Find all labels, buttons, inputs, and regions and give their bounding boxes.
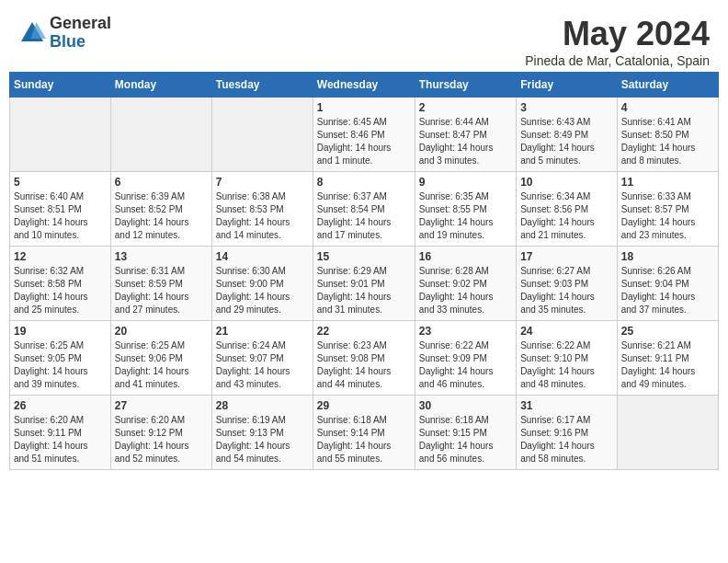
day-info: Sunrise: 6:43 AMSunset: 8:49 PMDaylight:… — [520, 116, 613, 167]
calendar-table: SundayMondayTuesdayWednesdayThursdayFrid… — [9, 72, 719, 470]
day-info: Sunrise: 6:35 AMSunset: 8:55 PMDaylight:… — [419, 190, 512, 242]
logo: General Blue — [18, 15, 111, 52]
day-number: 10 — [520, 176, 613, 189]
day-of-week-sunday: Sunday — [10, 73, 111, 98]
day-info: Sunrise: 6:30 AMSunset: 9:00 PMDaylight:… — [216, 265, 309, 316]
calendar-cell: 30Sunrise: 6:18 AMSunset: 9:15 PMDayligh… — [415, 396, 516, 470]
day-number: 22 — [317, 325, 411, 338]
calendar-cell: 17Sunrise: 6:27 AMSunset: 9:03 PMDayligh… — [517, 247, 618, 321]
calendar-cell: 10Sunrise: 6:34 AMSunset: 8:56 PMDayligh… — [517, 172, 618, 247]
calendar-cell: 22Sunrise: 6:23 AMSunset: 9:08 PMDayligh… — [313, 321, 415, 396]
title-block: May 2024 Pineda de Mar, Catalonia, Spain — [525, 15, 710, 68]
calendar-cell: 11Sunrise: 6:33 AMSunset: 8:57 PMDayligh… — [617, 172, 718, 247]
calendar-cell: 27Sunrise: 6:20 AMSunset: 9:12 PMDayligh… — [110, 396, 211, 470]
calendar-cell: 29Sunrise: 6:18 AMSunset: 9:14 PMDayligh… — [313, 396, 415, 470]
day-number: 11 — [621, 176, 714, 189]
day-number: 9 — [419, 176, 512, 189]
day-number: 7 — [216, 176, 309, 189]
day-number: 13 — [115, 250, 208, 263]
day-number: 5 — [14, 176, 107, 189]
day-number: 4 — [621, 101, 714, 114]
calendar-cell: 2Sunrise: 6:44 AMSunset: 8:47 PMDaylight… — [415, 98, 516, 172]
calendar-cell: 28Sunrise: 6:19 AMSunset: 9:13 PMDayligh… — [211, 396, 313, 470]
day-info: Sunrise: 6:20 AMSunset: 9:11 PMDaylight:… — [14, 414, 107, 465]
day-info: Sunrise: 6:23 AMSunset: 9:08 PMDaylight:… — [317, 339, 411, 391]
day-info: Sunrise: 6:44 AMSunset: 8:47 PMDaylight:… — [419, 116, 512, 167]
logo-general-text: General — [50, 15, 111, 33]
calendar-cell: 15Sunrise: 6:29 AMSunset: 9:01 PMDayligh… — [313, 247, 415, 321]
day-number: 24 — [520, 325, 613, 338]
logo-icon — [18, 19, 46, 47]
calendar-cell: 5Sunrise: 6:40 AMSunset: 8:51 PMDaylight… — [10, 172, 111, 247]
day-of-week-wednesday: Wednesday — [313, 73, 415, 98]
day-number: 28 — [216, 399, 309, 412]
calendar-cell: 18Sunrise: 6:26 AMSunset: 9:04 PMDayligh… — [617, 247, 718, 321]
month-year-title: May 2024 — [525, 15, 710, 53]
day-info: Sunrise: 6:40 AMSunset: 8:51 PMDaylight:… — [14, 190, 107, 242]
day-number: 15 — [317, 250, 411, 263]
day-info: Sunrise: 6:25 AMSunset: 9:06 PMDaylight:… — [115, 339, 208, 391]
week-row-5: 26Sunrise: 6:20 AMSunset: 9:11 PMDayligh… — [10, 396, 719, 470]
day-info: Sunrise: 6:31 AMSunset: 8:59 PMDaylight:… — [115, 265, 208, 316]
week-row-3: 12Sunrise: 6:32 AMSunset: 8:58 PMDayligh… — [10, 247, 719, 321]
day-number: 23 — [419, 325, 512, 338]
calendar-cell: 6Sunrise: 6:39 AMSunset: 8:52 PMDaylight… — [110, 172, 211, 247]
day-info: Sunrise: 6:27 AMSunset: 9:03 PMDaylight:… — [520, 265, 613, 316]
day-info: Sunrise: 6:17 AMSunset: 9:16 PMDaylight:… — [520, 414, 613, 465]
calendar-cell: 8Sunrise: 6:37 AMSunset: 8:54 PMDaylight… — [313, 172, 415, 247]
calendar-header: SundayMondayTuesdayWednesdayThursdayFrid… — [10, 73, 719, 98]
day-number: 25 — [621, 325, 714, 338]
calendar-cell: 1Sunrise: 6:45 AMSunset: 8:46 PMDaylight… — [313, 98, 415, 172]
calendar-cell: 16Sunrise: 6:28 AMSunset: 9:02 PMDayligh… — [415, 247, 516, 321]
day-number: 12 — [14, 250, 107, 263]
day-info: Sunrise: 6:26 AMSunset: 9:04 PMDaylight:… — [621, 265, 714, 316]
day-number: 31 — [520, 399, 613, 412]
calendar-cell — [211, 98, 313, 172]
day-info: Sunrise: 6:22 AMSunset: 9:10 PMDaylight:… — [520, 339, 613, 391]
day-info: Sunrise: 6:34 AMSunset: 8:56 PMDaylight:… — [520, 190, 613, 242]
calendar-cell: 7Sunrise: 6:38 AMSunset: 8:53 PMDaylight… — [211, 172, 313, 247]
week-row-4: 19Sunrise: 6:25 AMSunset: 9:05 PMDayligh… — [10, 321, 719, 396]
day-of-week-tuesday: Tuesday — [211, 73, 313, 98]
calendar-cell — [110, 98, 211, 172]
calendar-cell: 14Sunrise: 6:30 AMSunset: 9:00 PMDayligh… — [211, 247, 313, 321]
calendar-cell: 25Sunrise: 6:21 AMSunset: 9:11 PMDayligh… — [617, 321, 718, 396]
calendar-cell: 12Sunrise: 6:32 AMSunset: 8:58 PMDayligh… — [10, 247, 111, 321]
day-info: Sunrise: 6:28 AMSunset: 9:02 PMDaylight:… — [419, 265, 512, 316]
day-number: 18 — [621, 250, 714, 263]
day-info: Sunrise: 6:21 AMSunset: 9:11 PMDaylight:… — [621, 339, 714, 391]
calendar-cell: 4Sunrise: 6:41 AMSunset: 8:50 PMDaylight… — [617, 98, 718, 172]
calendar-cell: 3Sunrise: 6:43 AMSunset: 8:49 PMDaylight… — [517, 98, 618, 172]
day-number: 26 — [14, 399, 107, 412]
day-number: 21 — [216, 325, 309, 338]
day-of-week-saturday: Saturday — [617, 73, 718, 98]
days-of-week-row: SundayMondayTuesdayWednesdayThursdayFrid… — [10, 73, 719, 98]
calendar-cell: 9Sunrise: 6:35 AMSunset: 8:55 PMDaylight… — [415, 172, 516, 247]
page-header: General Blue May 2024 Pineda de Mar, Cat… — [0, 0, 728, 72]
day-info: Sunrise: 6:33 AMSunset: 8:57 PMDaylight:… — [621, 190, 714, 242]
calendar-cell: 19Sunrise: 6:25 AMSunset: 9:05 PMDayligh… — [10, 321, 111, 396]
day-info: Sunrise: 6:29 AMSunset: 9:01 PMDaylight:… — [317, 265, 411, 316]
day-number: 29 — [317, 399, 411, 412]
week-row-2: 5Sunrise: 6:40 AMSunset: 8:51 PMDaylight… — [10, 172, 719, 247]
logo-text: General Blue — [50, 15, 111, 52]
day-info: Sunrise: 6:18 AMSunset: 9:14 PMDaylight:… — [317, 414, 411, 465]
day-number: 19 — [14, 325, 107, 338]
day-number: 16 — [419, 250, 512, 263]
day-number: 1 — [317, 101, 411, 114]
day-number: 14 — [216, 250, 309, 263]
day-info: Sunrise: 6:24 AMSunset: 9:07 PMDaylight:… — [216, 339, 309, 391]
day-of-week-thursday: Thursday — [415, 73, 516, 98]
day-info: Sunrise: 6:37 AMSunset: 8:54 PMDaylight:… — [317, 190, 411, 242]
day-info: Sunrise: 6:41 AMSunset: 8:50 PMDaylight:… — [621, 116, 714, 167]
calendar-cell: 23Sunrise: 6:22 AMSunset: 9:09 PMDayligh… — [415, 321, 516, 396]
day-number: 17 — [520, 250, 613, 263]
day-info: Sunrise: 6:38 AMSunset: 8:53 PMDaylight:… — [216, 190, 309, 242]
day-number: 6 — [115, 176, 208, 189]
day-number: 2 — [419, 101, 512, 114]
day-info: Sunrise: 6:45 AMSunset: 8:46 PMDaylight:… — [317, 116, 411, 167]
day-number: 3 — [520, 101, 613, 114]
calendar-cell: 20Sunrise: 6:25 AMSunset: 9:06 PMDayligh… — [110, 321, 211, 396]
calendar-cell — [617, 396, 718, 470]
calendar-cell: 24Sunrise: 6:22 AMSunset: 9:10 PMDayligh… — [517, 321, 618, 396]
